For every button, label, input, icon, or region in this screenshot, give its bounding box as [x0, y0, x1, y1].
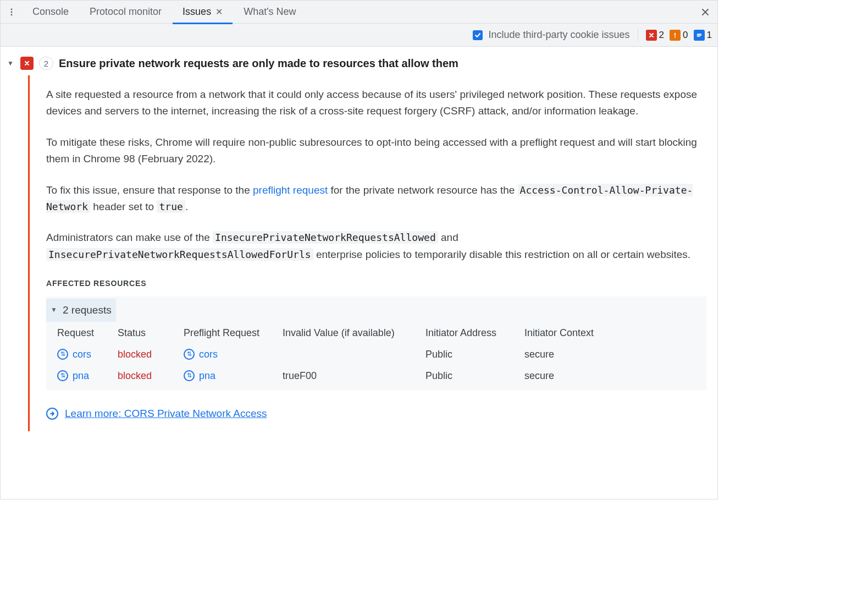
more-tabs-button[interactable] [2, 2, 21, 22]
network-icon: ⇅ [184, 370, 195, 381]
preflight-link[interactable]: ⇅ cors [184, 347, 283, 363]
requests-table: Request Status Preflight Request Invalid… [46, 322, 706, 383]
issue-header[interactable]: ▼ 2 Ensure private network requests are … [6, 57, 712, 70]
text-fragment: . [185, 201, 188, 212]
tab-issues[interactable]: Issues ✕ [173, 1, 233, 24]
tab-label: Protocol monitor [90, 6, 162, 18]
col-request: Request [57, 325, 118, 341]
affected-resources-box: ▼ 2 requests Request Status Preflight Re… [46, 296, 706, 391]
tab-label: Console [32, 6, 69, 18]
disclosure-triangle-icon: ▼ [7, 59, 15, 67]
tab-protocol-monitor[interactable]: Protocol monitor [80, 1, 172, 24]
issue-counts: 2 0 1 [646, 30, 712, 41]
network-icon: ⇅ [57, 370, 68, 381]
issue-count-chip: 2 [39, 57, 53, 70]
request-name: cors [73, 347, 91, 363]
issues-body[interactable]: ▼ 2 Ensure private network requests are … [1, 47, 717, 499]
request-link[interactable]: ⇅ pna [57, 368, 118, 384]
checkbox-checked-icon [473, 30, 483, 40]
policy-code: InsecurePrivateNetworkRequestsAllowedFor… [46, 248, 313, 261]
svg-rect-4 [675, 36, 676, 37]
checkbox-label: Include third-party cookie issues [488, 29, 629, 41]
tab-whats-new[interactable]: What's New [234, 1, 306, 24]
request-name: pna [73, 368, 89, 384]
network-icon: ⇅ [57, 349, 68, 360]
svg-point-2 [11, 14, 13, 15]
col-init-addr: Initiator Address [425, 325, 524, 341]
error-count-value: 2 [659, 30, 664, 41]
close-drawer-button[interactable] [696, 3, 714, 21]
error-badge-icon [20, 57, 34, 70]
svg-point-0 [11, 8, 13, 10]
requests-toggle[interactable]: ▼ 2 requests [46, 299, 116, 322]
text-fragment: header set to [90, 201, 157, 212]
info-count-value: 1 [707, 30, 712, 41]
preflight-request-link[interactable]: preflight request [253, 184, 328, 196]
preflight-name: pna [199, 368, 215, 384]
initiator-address-cell: Public [425, 368, 524, 384]
toolbar-divider [638, 29, 638, 41]
initiator-context-cell: secure [524, 347, 623, 363]
preflight-link[interactable]: ⇅ pna [184, 368, 283, 384]
col-preflight: Preflight Request [184, 325, 283, 341]
issue-details: A site requested a resource from a netwo… [28, 75, 712, 431]
issue-paragraph: Administrators can make use of the Insec… [46, 229, 706, 263]
invalid-value-cell: trueF00 [283, 368, 425, 384]
affected-resources-label: AFFECTED RESOURCES [46, 277, 706, 289]
drawer-tabbar: Console Protocol monitor Issues ✕ What's… [1, 1, 717, 24]
text-fragment: for the private network resource has the [328, 184, 517, 196]
devtools-panel: Console Protocol monitor Issues ✕ What's… [0, 0, 718, 499]
request-link[interactable]: ⇅ cors [57, 347, 118, 363]
info-badge-icon [694, 30, 705, 41]
warning-badge-icon [670, 30, 681, 41]
tab-label: Issues [183, 6, 211, 18]
disclosure-triangle-icon: ▼ [51, 305, 58, 315]
initiator-context-cell: secure [524, 368, 623, 384]
text-fragment: enterprise policies to temporarily disab… [313, 249, 690, 260]
text-fragment: Administrators can make use of the [46, 232, 213, 243]
arrow-right-circle-icon [46, 408, 58, 420]
status-cell: blocked [118, 347, 184, 363]
initiator-address-cell: Public [425, 347, 524, 363]
col-init-ctx: Initiator Context [524, 325, 623, 341]
network-icon: ⇅ [184, 349, 195, 360]
issue-paragraph: To fix this issue, ensure that response … [46, 182, 706, 216]
error-count[interactable]: 2 [646, 30, 664, 41]
warning-count-value: 0 [683, 30, 688, 41]
svg-rect-3 [675, 33, 676, 36]
close-icon[interactable]: ✕ [215, 8, 223, 17]
warning-count[interactable]: 0 [670, 30, 688, 41]
info-count[interactable]: 1 [694, 30, 712, 41]
text-fragment: and [438, 232, 458, 243]
issue-paragraph: A site requested a resource from a netwo… [46, 86, 706, 120]
col-invalid: Invalid Value (if available) [283, 325, 425, 341]
tab-console[interactable]: Console [23, 1, 79, 24]
issues-toolbar: Include third-party cookie issues 2 0 1 [1, 24, 717, 47]
issue-title: Ensure private network requests are only… [59, 57, 458, 70]
policy-code: InsecurePrivateNetworkRequestsAllowed [213, 231, 438, 244]
svg-point-1 [11, 11, 13, 13]
error-badge-icon [646, 30, 657, 41]
include-third-party-checkbox[interactable]: Include third-party cookie issues [473, 29, 629, 41]
tab-label: What's New [244, 6, 296, 18]
close-icon [700, 7, 710, 17]
requests-toggle-label: 2 requests [63, 302, 112, 319]
status-cell: blocked [118, 368, 184, 384]
kebab-icon [7, 8, 16, 17]
header-value-code: true [157, 200, 185, 213]
col-status: Status [118, 325, 184, 341]
learn-more-row: Learn more: CORS Private Network Access [46, 405, 706, 422]
preflight-name: cors [199, 347, 218, 363]
issue-paragraph: To mitigate these risks, Chrome will req… [46, 134, 706, 168]
text-fragment: To fix this issue, ensure that response … [46, 184, 253, 196]
learn-more-link[interactable]: Learn more: CORS Private Network Access [65, 405, 267, 422]
